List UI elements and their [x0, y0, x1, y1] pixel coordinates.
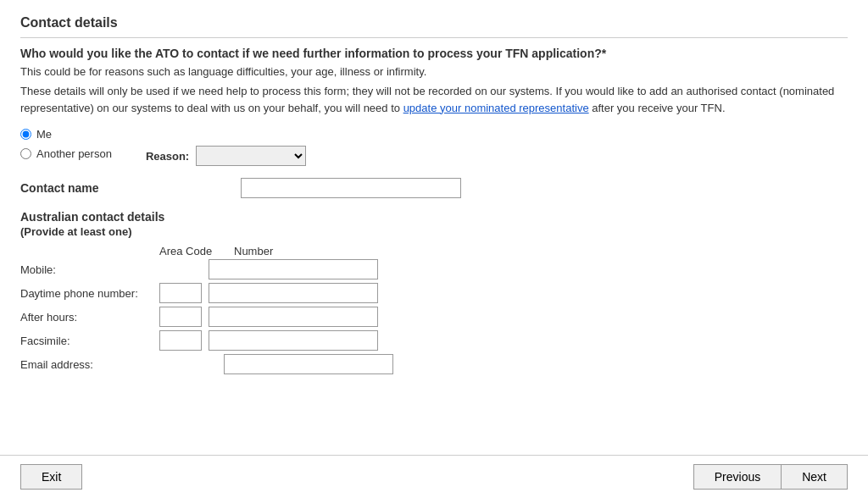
after-hours-area-input[interactable] — [159, 307, 202, 327]
radio-group: Me Another person Reason: — [20, 128, 848, 166]
next-button[interactable]: Next — [782, 464, 848, 490]
desc2-after: after you receive your TFN. — [589, 102, 726, 114]
section-question: Who would you like the ATO to contact if… — [20, 47, 848, 60]
reason-row: Reason: — [146, 146, 306, 166]
nominated-rep-link[interactable]: update your nominated representative — [403, 102, 589, 114]
mobile-label: Mobile: — [20, 263, 159, 276]
daytime-label: Daytime phone number: — [20, 287, 159, 300]
col-header-area: Area Code — [159, 245, 227, 257]
after-hours-row: After hours: — [20, 307, 848, 327]
facsimile-area-input[interactable] — [159, 330, 202, 351]
page-title: Contact details — [20, 15, 848, 38]
mobile-row: Mobile: — [20, 259, 848, 279]
after-hours-number-input[interactable] — [209, 307, 378, 327]
section-desc1: This could be for reasons such as langua… — [20, 65, 848, 78]
footer-left: Exit — [20, 464, 82, 490]
facsimile-row: Facsimile: — [20, 330, 848, 351]
radio-me-row: Me — [20, 128, 848, 141]
main-content: Contact details Who would you like the A… — [0, 0, 868, 455]
another-person-row: Another person Reason: — [20, 144, 848, 166]
col-header-number: Number — [234, 245, 273, 257]
contact-name-input[interactable] — [241, 178, 461, 198]
provide-note: (Provide at least one) — [20, 225, 848, 238]
after-hours-label: After hours: — [20, 311, 159, 324]
previous-button[interactable]: Previous — [693, 464, 782, 490]
exit-button[interactable]: Exit — [20, 464, 82, 490]
footer-right: Previous Next — [693, 464, 848, 490]
radio-another-row: Another person — [20, 147, 129, 160]
radio-me[interactable] — [20, 129, 31, 140]
radio-me-label[interactable]: Me — [36, 128, 52, 141]
contact-name-row: Contact name — [20, 178, 848, 198]
section-desc2: These details will only be used if we ne… — [20, 83, 848, 116]
mobile-number-input[interactable] — [209, 259, 378, 279]
daytime-area-input[interactable] — [159, 283, 202, 303]
email-row: Email address: — [20, 354, 848, 374]
footer: Exit Previous Next — [0, 455, 868, 498]
daytime-row: Daytime phone number: — [20, 283, 848, 303]
contact-name-label: Contact name — [20, 181, 190, 195]
daytime-number-input[interactable] — [209, 283, 378, 303]
reason-select[interactable] — [196, 146, 306, 166]
radio-another-label[interactable]: Another person — [36, 147, 112, 160]
facsimile-number-input[interactable] — [209, 330, 378, 351]
reason-label: Reason: — [146, 150, 189, 163]
radio-another[interactable] — [20, 148, 31, 159]
col-headers: Area Code Number — [159, 245, 848, 257]
email-input[interactable] — [224, 354, 393, 374]
facsimile-label: Facsimile: — [20, 335, 159, 347]
australian-heading: Australian contact details — [20, 210, 848, 224]
email-label: Email address: — [20, 358, 156, 371]
